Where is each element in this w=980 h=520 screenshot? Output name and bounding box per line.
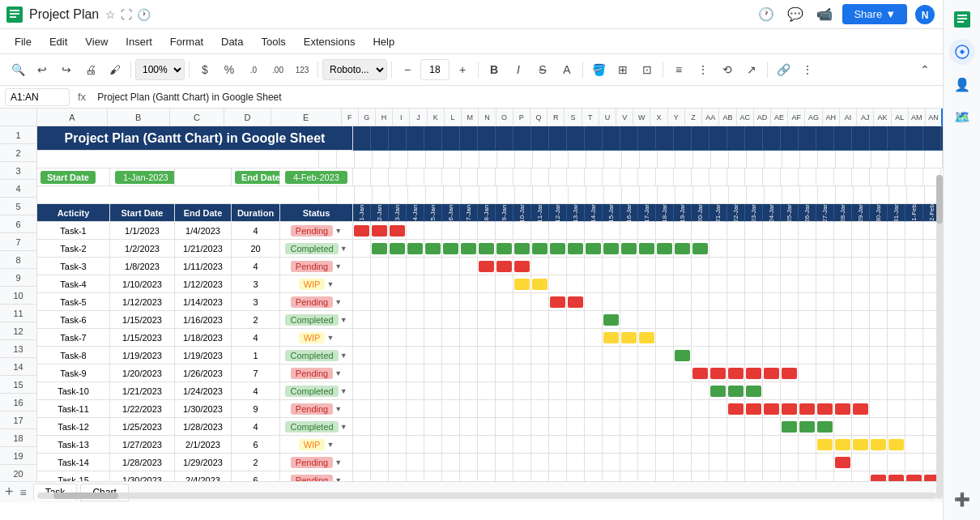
task-start[interactable]: 1/15/2023: [110, 329, 175, 347]
task-duration[interactable]: 2: [232, 311, 280, 329]
task-status[interactable]: Pending▼: [280, 400, 353, 418]
col-header-b[interactable]: B: [108, 109, 170, 126]
col-header-l[interactable]: L: [445, 109, 462, 126]
more-btn[interactable]: ⋮: [796, 58, 819, 81]
col-header-aa[interactable]: AA: [702, 109, 719, 126]
menu-extensions[interactable]: Extensions: [296, 33, 364, 50]
task-status[interactable]: Completed▼: [280, 382, 353, 400]
task-end[interactable]: 1/16/2023: [175, 311, 232, 329]
status-dropdown-arrow[interactable]: ▼: [334, 298, 342, 306]
task-activity[interactable]: Task-5: [37, 293, 110, 311]
col-header-e[interactable]: E: [271, 109, 342, 126]
add-sheet-btn[interactable]: +: [5, 484, 14, 501]
col-header-d[interactable]: D: [224, 109, 271, 126]
move-icon[interactable]: ⛶: [121, 8, 132, 21]
menu-data[interactable]: Data: [213, 33, 251, 50]
bold-btn[interactable]: B: [483, 58, 505, 81]
status-dropdown-arrow[interactable]: ▼: [334, 369, 342, 377]
font-select[interactable]: Roboto...: [322, 59, 387, 80]
col-header-t[interactable]: T: [582, 109, 599, 126]
task-end[interactable]: 1/19/2023: [175, 347, 232, 364]
row-header-5[interactable]: 5: [0, 198, 37, 215]
task-start[interactable]: 1/19/2023: [110, 347, 175, 364]
task-end[interactable]: 2/4/2023: [175, 471, 232, 481]
zoom-select[interactable]: 100%: [135, 59, 185, 80]
task-end[interactable]: 1/30/2023: [175, 400, 232, 418]
task-start[interactable]: 1/2/2023: [110, 240, 175, 258]
col-header-al[interactable]: AL: [892, 109, 909, 126]
col-header-y[interactable]: Y: [668, 109, 685, 126]
valign-btn[interactable]: ⋮: [692, 58, 714, 81]
col-header-ab[interactable]: AB: [719, 109, 736, 126]
task-duration[interactable]: 4: [232, 258, 280, 275]
cell-reference-input[interactable]: [5, 88, 70, 106]
status-dropdown-arrow[interactable]: ▼: [334, 458, 342, 467]
account-icon[interactable]: N: [914, 3, 936, 26]
row-header-1[interactable]: 1: [0, 126, 37, 144]
col-header-g[interactable]: G: [359, 109, 376, 126]
task-duration[interactable]: 6: [232, 471, 280, 481]
rotate-btn[interactable]: ↗: [740, 58, 763, 81]
font-size-dec-btn[interactable]: −: [396, 58, 419, 81]
comment-btn[interactable]: 💬: [784, 3, 807, 26]
task-start[interactable]: 1/8/2023: [110, 258, 175, 275]
row-header-10[interactable]: 10: [0, 287, 37, 305]
status-dropdown-arrow[interactable]: ▼: [340, 245, 347, 253]
task-status[interactable]: WIP▼: [280, 275, 353, 293]
col-header-ac[interactable]: AC: [737, 109, 754, 126]
search-btn[interactable]: 🔍: [6, 58, 29, 81]
col-header-i[interactable]: I: [393, 109, 410, 126]
task-status[interactable]: Completed▼: [280, 347, 353, 364]
task-activity[interactable]: Task-10: [37, 382, 110, 400]
redo-btn[interactable]: ↪: [55, 58, 78, 81]
col-header-an[interactable]: AN: [926, 109, 943, 126]
col-header-o[interactable]: O: [496, 109, 513, 126]
task-end[interactable]: 1/29/2023: [175, 454, 232, 471]
task-activity[interactable]: Task-1: [37, 222, 110, 240]
status-dropdown-arrow[interactable]: ▼: [334, 476, 342, 482]
task-activity[interactable]: Task-4: [37, 275, 110, 293]
menu-tools[interactable]: Tools: [253, 33, 293, 50]
task-activity[interactable]: Task-15: [37, 471, 110, 481]
task-status[interactable]: Completed▼: [280, 311, 353, 329]
col-header-k[interactable]: K: [428, 109, 445, 126]
task-activity[interactable]: Task-2: [37, 240, 110, 258]
col-header-f[interactable]: F: [342, 109, 359, 126]
task-activity[interactable]: Task-13: [37, 436, 110, 454]
text-color-btn[interactable]: A: [556, 58, 578, 81]
status-dropdown-arrow[interactable]: ▼: [340, 387, 347, 395]
task-end[interactable]: 1/18/2023: [175, 329, 232, 347]
col-header-ae[interactable]: AE: [771, 109, 788, 126]
task-status[interactable]: Pending▼: [280, 471, 353, 481]
collapse-toolbar-btn[interactable]: ⌃: [914, 58, 936, 81]
task-activity[interactable]: Task-3: [37, 258, 110, 275]
task-activity[interactable]: Task-12: [37, 418, 110, 436]
decimal-inc-btn[interactable]: .00: [266, 58, 289, 81]
percent-btn[interactable]: %: [218, 58, 241, 81]
status-dropdown-arrow[interactable]: ▼: [334, 262, 342, 271]
h-scrollbar-thumb[interactable]: [53, 492, 118, 499]
col-header-a[interactable]: A: [37, 109, 108, 126]
status-dropdown-arrow[interactable]: ▼: [334, 227, 342, 235]
col-header-ad[interactable]: AD: [754, 109, 771, 126]
col-header-w[interactable]: W: [633, 109, 650, 126]
task-end[interactable]: 2/1/2023: [175, 436, 232, 454]
col-header-aj[interactable]: AJ: [857, 109, 874, 126]
menu-format[interactable]: Format: [162, 33, 211, 50]
task-start[interactable]: 1/20/2023: [110, 364, 175, 382]
col-header-ai[interactable]: AI: [840, 109, 857, 126]
task-duration[interactable]: 3: [232, 275, 280, 293]
strikethrough-btn[interactable]: S: [531, 58, 554, 81]
task-duration[interactable]: 7: [232, 364, 280, 382]
col-header-n[interactable]: N: [479, 109, 496, 126]
col-header-af[interactable]: AF: [788, 109, 805, 126]
row-header-19[interactable]: 19: [0, 447, 37, 465]
print-btn[interactable]: 🖨: [79, 58, 102, 81]
col-header-u[interactable]: U: [599, 109, 616, 126]
task-activity[interactable]: Task-11: [37, 400, 110, 418]
col-header-c[interactable]: C: [170, 109, 224, 126]
task-status[interactable]: Pending▼: [280, 293, 353, 311]
italic-btn[interactable]: I: [507, 58, 530, 81]
task-start[interactable]: 1/10/2023: [110, 275, 175, 293]
status-dropdown-arrow[interactable]: ▼: [334, 405, 342, 413]
